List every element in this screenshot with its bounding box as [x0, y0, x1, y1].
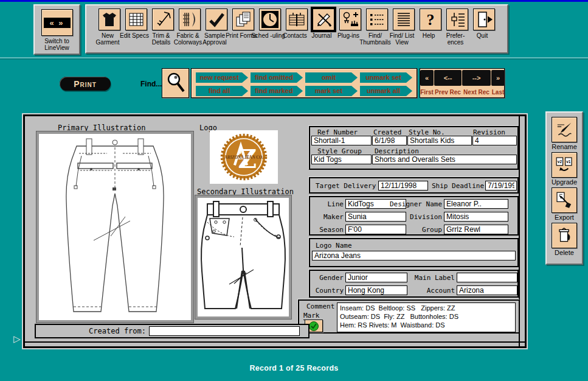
toolbar-help[interactable]: ? Help — [417, 9, 444, 52]
upgrade-versions-icon: v2v1 — [552, 152, 577, 178]
lineview-label: Switch to LineView — [35, 38, 79, 51]
main-label-field[interactable] — [457, 273, 517, 282]
upgrade-button[interactable]: v2v1 Upgrade — [552, 152, 577, 186]
gender-field[interactable] — [345, 273, 407, 282]
magnifier-icon — [165, 71, 187, 96]
application-window: « » Switch to LineView New Garment Edit … — [0, 0, 588, 381]
svg-text:v1: v1 — [566, 159, 571, 164]
find-actions-panel: new request find omitted omit unmark set… — [191, 68, 417, 98]
find-marked-button[interactable]: find marked — [251, 86, 303, 96]
primary-illustration-label: Primary Illustration — [58, 124, 146, 132]
comment-line: Inseam: DS Beltloop: SS Zippers: ZZ — [340, 304, 513, 312]
line-maker-panel: Line Designer Name Maker Division Season… — [309, 196, 519, 236]
switch-to-lineview-button[interactable]: « » — [41, 9, 73, 36]
toolbar-find-thumbnails[interactable]: Find/ Thumbnails — [364, 9, 390, 52]
delivery-panel: Target Delivery Ship Deadline — [309, 177, 519, 194]
toolbar-journal[interactable]: Journal — [310, 9, 337, 52]
first-record-button[interactable]: « — [420, 70, 434, 86]
comment-label: Comment — [306, 302, 334, 310]
next-rec-label: Next Rec — [462, 89, 491, 98]
trim-pick-icon — [152, 9, 174, 30]
export-document-icon — [552, 187, 577, 213]
toolbar-contacts[interactable]: Contacts — [283, 9, 310, 52]
toolbar-trim-details[interactable]: Trim & Details — [150, 9, 176, 52]
lineview-panel: « » Switch to LineView — [33, 4, 80, 55]
mark-check-icon — [308, 321, 319, 332]
tshirt-icon — [99, 9, 120, 30]
record-nav-panel: « <-- --> » First Prev Rec Next Rec Last — [420, 68, 505, 98]
division-field[interactable] — [444, 212, 508, 222]
country-label: Country — [310, 287, 344, 295]
omit-button[interactable]: omit — [305, 72, 358, 83]
fabric-swatch-icon — [179, 9, 201, 30]
export-button[interactable]: Export — [552, 187, 577, 221]
designer-name-label: Designer Name — [383, 200, 442, 208]
question-mark-icon: ? — [420, 9, 441, 30]
created-field[interactable] — [372, 136, 407, 145]
sliders-icon — [446, 9, 468, 30]
logo-name-field[interactable] — [312, 251, 516, 260]
designer-name-field[interactable] — [444, 199, 508, 209]
secondary-illustration-well[interactable] — [195, 195, 291, 319]
main-label-label: Main Label — [407, 274, 455, 282]
primary-illustration-image — [39, 134, 191, 320]
revision-field[interactable] — [472, 136, 517, 145]
clock-icon — [259, 9, 281, 30]
logo-well[interactable]: Z Arizona Jean Co. — [210, 130, 278, 184]
style-group-field[interactable] — [311, 155, 372, 164]
toolbar-scheduling[interactable]: Sched -uling — [257, 9, 283, 52]
target-delivery-field[interactable] — [378, 181, 428, 190]
toolbar-sample-approval[interactable]: Sample Approval — [203, 9, 230, 52]
last-record-button[interactable]: » — [491, 70, 505, 86]
find-button[interactable] — [162, 68, 189, 98]
new-request-button[interactable]: new request — [196, 72, 248, 83]
comment-line: Hem: RS Rivets: M Waistband: DS — [340, 321, 513, 329]
toolbar-find-list-view[interactable]: Find/ List View — [390, 9, 417, 52]
line-label: Line — [310, 200, 344, 208]
ref-number-field[interactable] — [311, 136, 372, 145]
toolbar-quit[interactable]: Quit — [471, 9, 497, 52]
next-record-button[interactable]: --> — [462, 70, 491, 86]
toolbar-plug-ins[interactable]: Plug-ins — [337, 9, 364, 52]
group-field[interactable] — [444, 225, 508, 234]
trash-can-icon — [552, 223, 577, 248]
rename-button[interactable]: Rename — [552, 117, 577, 150]
created-from-field[interactable] — [149, 326, 300, 336]
pointer-triangle-icon: ▷ — [13, 334, 21, 344]
style-no-field[interactable] — [407, 136, 472, 145]
toolbar-new-garment[interactable]: New Garment — [96, 9, 123, 52]
account-field[interactable] — [457, 285, 517, 295]
mark-set-button[interactable]: mark set — [305, 86, 358, 96]
description-field[interactable] — [372, 155, 517, 164]
gender-label: Gender — [310, 274, 344, 282]
unmark-set-button[interactable]: unmark set — [360, 72, 412, 83]
svg-text:Arizona Jean Co.: Arizona Jean Co. — [224, 155, 263, 160]
arizona-jean-co-logo: Z Arizona Jean Co. — [217, 131, 271, 183]
comment-line: Outseam: DS Fly: ZZ Buttonholes: DS — [340, 312, 513, 321]
toolbar-print-forms[interactable]: Print Forms — [230, 9, 257, 52]
rename-pencil-icon — [552, 117, 577, 142]
country-field[interactable] — [345, 285, 407, 295]
find-all-button[interactable]: find all — [196, 86, 248, 96]
comment-text-area[interactable]: Inseam: DS Beltloop: SS Zippers: ZZ Outs… — [337, 302, 516, 332]
unmark-all-button[interactable]: unmark all — [360, 86, 412, 96]
ship-deadline-field[interactable] — [485, 181, 517, 190]
primary-illustration-well[interactable] — [36, 131, 193, 323]
season-label: Season — [310, 226, 344, 234]
checkmark-icon — [206, 9, 227, 30]
prev-record-button[interactable]: <-- — [434, 70, 462, 86]
created-from-row: Created from: — [35, 324, 310, 338]
toolbar-edit-specs[interactable]: Edit Specs — [123, 9, 150, 52]
logo-name-panel: Logo Name — [309, 238, 519, 267]
delete-button[interactable]: Delete — [552, 223, 577, 256]
print-button[interactable]: Print — [60, 77, 111, 91]
ref-style-panel: Ref Number Created Style No. Revision St… — [309, 126, 519, 170]
find-omitted-button[interactable]: find omitted — [251, 72, 303, 83]
window-inner-bottom-frame — [25, 341, 525, 343]
record-count-status: Record 1 of 25 Records — [0, 364, 588, 372]
top-border-line — [0, 0, 588, 2]
exit-door-icon — [473, 9, 495, 30]
toolbar-preferences[interactable]: Prefer- ences — [444, 9, 471, 52]
toolbar-fabric-colorways[interactable]: Fabric & Colorways — [176, 9, 203, 52]
ship-deadline-label: Ship Deadline — [432, 182, 484, 190]
